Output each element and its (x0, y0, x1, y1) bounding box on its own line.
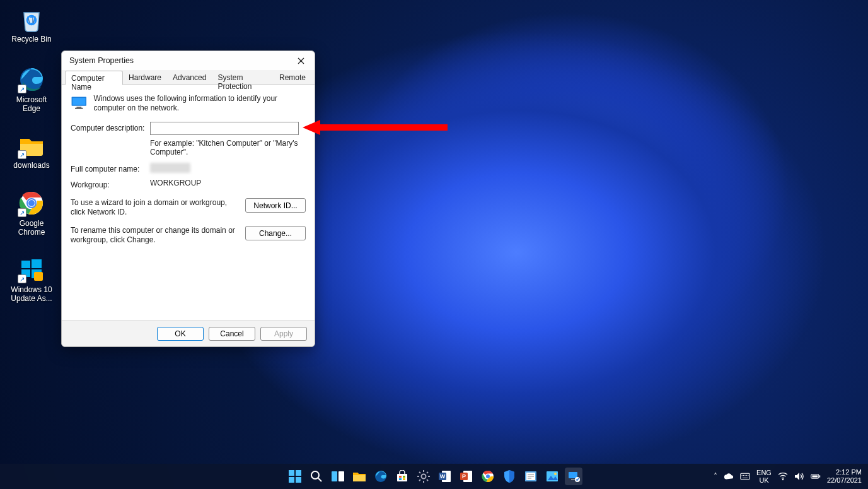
tab-advanced[interactable]: Advanced (167, 71, 212, 85)
tab-strip: Computer Name Hardware Advanced System P… (62, 70, 315, 85)
intro-text: Windows uses the following information t… (94, 94, 306, 113)
taskbar-chrome[interactable] (479, 468, 497, 485)
tray-keyboard[interactable] (740, 471, 750, 481)
svg-rect-13 (76, 107, 81, 108)
cancel-button[interactable]: Cancel (209, 327, 255, 341)
wordpad-icon (524, 470, 538, 483)
search-button[interactable] (308, 468, 325, 485)
taskbar-security[interactable] (501, 468, 518, 485)
computer-description-label: Computer description: (71, 122, 150, 133)
keyboard-icon (740, 472, 750, 481)
taskbar-powerpoint[interactable]: P (458, 468, 475, 485)
close-icon (298, 57, 304, 64)
workgroup-value: WORKGROUP (150, 179, 306, 187)
desktop-icon-label: downloads (6, 161, 57, 170)
svg-rect-56 (571, 479, 575, 480)
svg-point-20 (311, 471, 319, 479)
taskbar-wordpad[interactable] (522, 468, 540, 485)
svg-point-62 (744, 475, 745, 476)
close-button[interactable] (292, 54, 310, 67)
tab-body: Windows uses the following information t… (62, 85, 315, 320)
start-button[interactable] (286, 468, 304, 485)
svg-rect-29 (403, 478, 405, 480)
taskbar-system-properties-active[interactable] (565, 468, 582, 485)
desktop-icon-label: Recycle Bin (6, 35, 57, 44)
taskbar-store[interactable] (393, 468, 411, 485)
system-properties-icon (567, 469, 581, 483)
windows-icon (288, 469, 302, 483)
svg-point-61 (743, 475, 744, 476)
ok-button[interactable]: OK (157, 327, 204, 341)
full-computer-name-value (150, 163, 190, 173)
description-example-text: For example: "Kitchen Computer" or "Mary… (150, 139, 299, 156)
change-button[interactable]: Change... (245, 226, 306, 240)
svg-line-36 (427, 480, 428, 481)
powerpoint-icon: P (460, 469, 473, 483)
dialog-titlebar[interactable]: System Properties (62, 51, 315, 70)
desktop-icon-label: Google Chrome (6, 219, 57, 237)
taskbar-center: W P (286, 468, 582, 485)
svg-rect-17 (296, 470, 301, 476)
desktop-icon-recycle-bin[interactable]: Recycle Bin (6, 5, 57, 44)
tray-language[interactable]: ENGUK (756, 469, 772, 484)
change-text: To rename this computer or change its do… (71, 226, 245, 245)
svg-line-38 (419, 480, 420, 481)
taskbar-settings[interactable] (415, 468, 432, 485)
svg-line-37 (427, 472, 428, 473)
tray-clock[interactable]: 2:12 PM22/07/2021 (827, 468, 862, 485)
computer-description-input[interactable] (150, 122, 299, 135)
gear-icon (417, 469, 431, 483)
store-icon (396, 470, 408, 483)
shortcut-arrow-icon: ↗ (18, 274, 26, 283)
svg-rect-19 (296, 477, 301, 483)
photos-icon (545, 470, 559, 483)
shortcut-arrow-icon: ↗ (18, 85, 26, 93)
svg-rect-22 (332, 471, 337, 481)
word-icon: W (438, 469, 452, 483)
desktop-icon-label: Microsoft Edge (6, 95, 57, 113)
taskbar-explorer[interactable] (350, 468, 368, 485)
taskbar: W P ˄ ENGUK 2:12 PM22/07/2021 (0, 464, 868, 489)
chrome-icon (481, 469, 495, 483)
taskview-button[interactable] (329, 468, 347, 485)
svg-text:P: P (461, 473, 465, 480)
edge-icon (374, 469, 388, 483)
full-computer-name-label: Full computer name: (71, 163, 150, 174)
workgroup-label: Workgroup: (71, 179, 150, 189)
tray-wifi[interactable] (778, 471, 788, 481)
taskbar-photos[interactable] (543, 468, 561, 485)
svg-rect-69 (812, 475, 818, 477)
desktop-icon-downloads[interactable]: ↗ downloads (6, 131, 57, 170)
tray-battery[interactable] (811, 471, 821, 481)
folder-icon (352, 470, 366, 483)
folder-icon: ↗ (18, 131, 45, 159)
taskbar-edge[interactable] (372, 468, 390, 485)
wifi-icon (778, 472, 788, 481)
desktop-icon-edge[interactable]: ↗ Microsoft Edge (6, 66, 57, 113)
svg-point-30 (421, 474, 425, 479)
tray-volume[interactable] (794, 471, 804, 481)
shortcut-arrow-icon: ↗ (18, 150, 26, 159)
svg-text:W: W (439, 473, 445, 480)
desktop-icon-chrome[interactable]: ↗ Google Chrome (6, 189, 57, 237)
svg-point-5 (28, 200, 35, 206)
desktop-icon-label: Windows 10 Update As... (6, 285, 57, 303)
tray-overflow-button[interactable]: ˄ (714, 472, 717, 481)
apply-button[interactable]: Apply (260, 327, 307, 341)
taskview-icon (331, 469, 345, 483)
cloud-icon (724, 473, 734, 480)
speaker-icon (794, 472, 804, 481)
tab-system-protection[interactable]: System Protection (212, 71, 274, 85)
svg-rect-16 (289, 470, 294, 476)
svg-marker-15 (303, 120, 448, 135)
edge-icon: ↗ (18, 66, 45, 93)
tab-remote[interactable]: Remote (274, 71, 311, 85)
taskbar-word[interactable]: W (436, 468, 454, 485)
system-tray: ˄ ENGUK 2:12 PM22/07/2021 (714, 468, 862, 485)
desktop-icon-win10-update[interactable]: ↗ Windows 10 Update As... (6, 256, 57, 303)
tab-computer-name[interactable]: Computer Name (65, 71, 123, 85)
svg-point-54 (554, 473, 557, 475)
network-id-button[interactable]: Network ID... (245, 198, 306, 213)
tab-hardware[interactable]: Hardware (123, 71, 167, 85)
tray-onedrive[interactable] (724, 471, 734, 481)
